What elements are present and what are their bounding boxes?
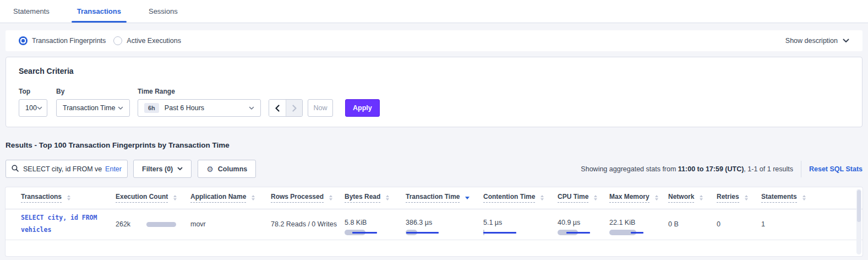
search-input[interactable] <box>23 165 102 173</box>
table-scrollbar-thumb[interactable] <box>857 190 861 222</box>
sort-icon <box>745 195 748 201</box>
column-header-transactions[interactable]: Transactions <box>6 187 116 209</box>
tab-transactions[interactable]: Transactions <box>72 0 127 23</box>
retries-value: 0 <box>717 209 761 240</box>
by-label: By <box>56 88 130 95</box>
transactions-table: Transactions Execution Count Application… <box>6 187 862 240</box>
time-range-badge: 6h <box>144 103 159 113</box>
by-select[interactable]: Transaction Time <box>56 99 130 117</box>
prev-time-button[interactable] <box>269 100 286 116</box>
contention-time-value: 5.1 µs <box>483 219 558 226</box>
gear-icon: ⚙ <box>206 165 214 173</box>
search-icon <box>12 165 19 174</box>
sort-icon <box>700 195 703 201</box>
now-button[interactable]: Now <box>308 99 333 117</box>
show-description-toggle[interactable]: Show description <box>785 37 849 45</box>
next-time-button[interactable] <box>286 100 302 116</box>
column-header-label: Statements <box>761 193 797 203</box>
chevron-right-icon <box>292 105 297 112</box>
column-header-network[interactable]: Network <box>668 187 717 209</box>
stats-range: 11:00 to 17:59 (UTC) <box>678 165 744 173</box>
time-range-value: Past 6 Hours <box>165 104 204 112</box>
max-memory-value: 22.1 KiB <box>609 219 668 226</box>
sort-desc-icon <box>465 197 470 199</box>
by-select-value: Transaction Time <box>63 104 115 112</box>
column-header-rows-processed[interactable]: Rows Processed <box>271 187 345 209</box>
column-header-label: Max Memory <box>609 193 649 203</box>
column-header-retries[interactable]: Retries <box>717 187 761 209</box>
time-nav-group <box>269 99 303 117</box>
column-header-transaction-time[interactable]: Transaction Time <box>406 187 483 209</box>
column-header-label: Execution Count <box>116 193 168 203</box>
search-criteria-title: Search Criteria <box>19 67 849 75</box>
execution-count-value: 262k <box>116 220 137 228</box>
time-range-label: Time Range <box>138 88 261 95</box>
tab-sessions[interactable]: Sessions <box>143 0 183 23</box>
column-header-label: Application Name <box>190 193 246 203</box>
top-select[interactable]: 100 <box>19 99 47 117</box>
table-row: SELECT city, id FROM vehicles 262k movr … <box>6 209 862 240</box>
sort-icon <box>594 195 597 201</box>
filters-button[interactable]: Filters (0) <box>133 160 192 178</box>
radio-selected-icon <box>19 36 28 45</box>
cpu-time-value: 40.9 µs <box>558 219 609 226</box>
sql-activity-tabbar: Statements Transactions Sessions <box>0 0 868 23</box>
chevron-down-icon <box>177 167 183 171</box>
column-header-max-memory[interactable]: Max Memory <box>609 187 668 209</box>
sort-icon <box>386 195 389 201</box>
table-header-row: Transactions Execution Count Application… <box>6 187 862 209</box>
tab-statements[interactable]: Statements <box>8 0 55 23</box>
chevron-down-icon <box>249 106 254 110</box>
column-header-application-name[interactable]: Application Name <box>190 187 271 209</box>
search-box: Enter <box>6 160 128 178</box>
reset-sql-stats-link[interactable]: Reset SQL Stats <box>809 165 862 173</box>
column-header-statements[interactable]: Statements <box>761 187 862 209</box>
radio-active-executions[interactable]: Active Executions <box>113 36 181 45</box>
chevron-left-icon <box>275 105 280 112</box>
columns-button[interactable]: ⚙ Columns <box>198 160 256 178</box>
transaction-fingerprint-link[interactable]: SELECT city, id FROM vehicles <box>21 212 116 236</box>
show-description-label: Show description <box>785 37 838 45</box>
transactions-table-panel: Transactions Execution Count Application… <box>6 187 862 256</box>
rows-processed-value: 78.2 Reads / 0 Writes <box>271 209 345 240</box>
column-header-cpu-time[interactable]: CPU Time <box>558 187 609 209</box>
results-toolbar: Enter Filters (0) ⚙ Columns Showing aggr… <box>6 160 862 178</box>
stats-prefix: Showing aggregated stats from <box>581 165 678 173</box>
chevron-down-icon <box>843 39 849 43</box>
column-header-bytes-read[interactable]: Bytes Read <box>345 187 406 209</box>
column-header-execution-count[interactable]: Execution Count <box>116 187 190 209</box>
transaction-time-value: 386.3 µs <box>406 219 483 226</box>
apply-button[interactable]: Apply <box>345 99 380 117</box>
column-header-label: Network <box>668 193 694 203</box>
bytes-read-value: 5.8 KiB <box>345 219 406 226</box>
radio-label: Active Executions <box>127 37 181 45</box>
top-label: Top <box>19 88 47 95</box>
column-header-label: Transaction Time <box>406 193 460 203</box>
column-header-contention-time[interactable]: Contention Time <box>483 187 558 209</box>
column-header-label: Bytes Read <box>345 193 380 203</box>
stats-suffix: , 1-1 of 1 results <box>744 165 793 173</box>
radio-unselected-icon <box>113 36 122 45</box>
column-header-label: CPU Time <box>558 193 588 203</box>
table-scrollbar-track <box>856 189 861 254</box>
statements-value: 1 <box>761 209 862 240</box>
column-header-label: Retries <box>717 193 739 203</box>
network-value: 0 B <box>668 209 717 240</box>
enter-button[interactable]: Enter <box>105 165 122 173</box>
results-heading: Results - Top 100 Transaction Fingerprin… <box>6 141 230 149</box>
time-range-select[interactable]: 6h Past 6 Hours <box>138 99 261 117</box>
column-header-label: Rows Processed <box>271 193 324 203</box>
application-name-value: movr <box>190 209 271 240</box>
search-criteria-panel: Search Criteria Top 100 By Transaction T… <box>6 57 862 127</box>
stats-summary: Showing aggregated stats from 11:00 to 1… <box>581 161 862 177</box>
radio-label: Transaction Fingerprints <box>32 37 106 45</box>
radio-transaction-fingerprints[interactable]: Transaction Fingerprints <box>19 36 106 45</box>
sort-icon <box>803 195 806 201</box>
filters-button-label: Filters (0) <box>142 165 173 173</box>
chevron-down-icon <box>37 106 42 110</box>
sort-icon <box>67 195 70 201</box>
sort-icon <box>252 195 255 201</box>
top-select-value: 100 <box>25 104 37 112</box>
chevron-down-icon <box>118 106 123 110</box>
sort-icon <box>541 195 544 201</box>
